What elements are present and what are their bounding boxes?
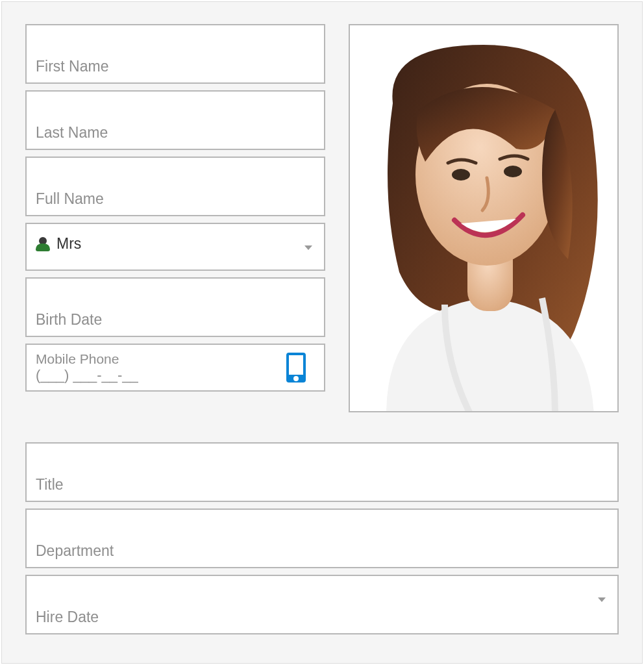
person-female-icon (36, 237, 50, 251)
top-row: First Name Last Name Full Name Mrs Birth… (25, 24, 619, 412)
birth-date-field[interactable]: Birth Date (25, 277, 325, 337)
employee-form: First Name Last Name Full Name Mrs Birth… (1, 1, 643, 664)
full-name-label: Full Name (36, 190, 104, 208)
full-name-field[interactable]: Full Name (25, 157, 325, 216)
job-fields-column: Title Department Hire Date (25, 442, 619, 634)
prefix-selected: Mrs (36, 235, 81, 253)
first-name-label: First Name (36, 58, 108, 76)
department-label: Department (36, 542, 114, 560)
personal-fields-column: First Name Last Name Full Name Mrs Birth… (25, 24, 325, 412)
title-label: Title (36, 476, 64, 494)
prefix-dropdown[interactable]: Mrs (25, 223, 325, 271)
birth-date-label: Birth Date (36, 311, 102, 329)
last-name-label: Last Name (36, 124, 108, 142)
svg-point-4 (504, 166, 522, 177)
mobile-phone-icon (286, 353, 306, 383)
department-field[interactable]: Department (25, 508, 619, 568)
svg-point-3 (452, 169, 470, 181)
hire-date-label: Hire Date (36, 609, 99, 627)
first-name-field[interactable]: First Name (25, 24, 325, 84)
last-name-field[interactable]: Last Name (25, 90, 325, 150)
mobile-phone-field[interactable]: Mobile Phone (___) ___-__-__ (25, 344, 325, 392)
hire-date-dropdown[interactable]: Hire Date (25, 575, 619, 634)
mobile-phone-mask: (___) ___-__-__ (36, 367, 138, 384)
chevron-down-icon (304, 245, 312, 250)
mobile-phone-label: Mobile Phone (36, 351, 119, 367)
title-field[interactable]: Title (25, 442, 619, 502)
employee-photo[interactable] (349, 24, 619, 412)
chevron-down-icon (598, 597, 606, 602)
prefix-text: Mrs (56, 235, 81, 253)
